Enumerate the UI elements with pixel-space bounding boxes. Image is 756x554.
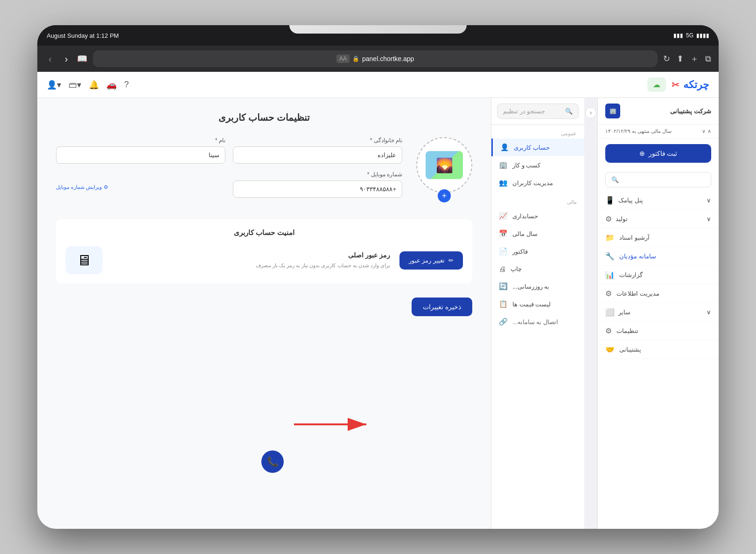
settings-icon-small: ⚙ [104,184,108,190]
sidebar-fiscal-year: ∧∨ سال مالی منتهی به ۱۴۰۲/۱۲/۲۹ [598,125,719,138]
settings-general-section: عمومی حساب کاربری 👤 کسب و کار 🏢 مدیریت ک… [491,125,584,194]
password-title: رمز عبور اصلی [112,251,390,259]
arrow-overlay [289,415,373,436]
invoice-icon: 📄 [499,247,508,256]
last-name-input[interactable] [233,146,402,164]
phone-call-button[interactable]: 📞 [261,450,284,473]
company-icon: 🏢 [605,104,620,118]
settings-search-area: 🔍 جستجو در تنظیم [491,98,584,125]
text-size-aa[interactable]: AA [336,55,350,63]
sidebar-item-support[interactable]: پشتیبانی 🤝 [598,340,719,359]
top-nav-right: ☁ چرتکه ✂ [647,77,709,92]
tabs-icon[interactable]: ⧉ [705,54,711,64]
company-name: شرکت پشتیبانی [670,108,711,115]
automation-icon: 🔄 [499,282,508,291]
phone-input[interactable] [233,180,402,198]
group-nav-icon[interactable]: 🚗 [106,80,117,90]
share-icon[interactable]: ⬆ [677,54,684,64]
year-chevrons[interactable]: ∧∨ [702,128,711,134]
sidebar-search-box[interactable]: 🔍 [605,172,711,187]
back-button[interactable]: ‹ [45,52,56,66]
password-icon-box: 🖥 [65,246,103,274]
samane-icon: 🔧 [605,252,615,261]
integration-icon: 🔗 [499,318,508,326]
save-button[interactable]: ذخیره تغییرات [412,298,472,316]
sidebar-item-sayer[interactable]: ∨ سایر ⬜ [598,303,719,322]
expand-area: › [584,98,597,529]
new-tab-icon[interactable]: ＋ [690,53,699,64]
user-mgmt-icon: 👥 [499,179,508,187]
sidebar-item-settings[interactable]: تنظیمات ⚙ [598,322,719,340]
general-section-label: عمومی [491,127,584,138]
settings-item-invoice[interactable]: فاکتور 📄 [491,242,584,260]
bell-nav-icon[interactable]: 🔔 [89,80,99,90]
chevron-down-icon-sayer: ∨ [707,309,711,316]
forward-button[interactable]: › [61,52,72,66]
avatar-image [426,151,463,179]
user-nav-icon[interactable]: 👤▾ [47,80,61,90]
box-nav-icon[interactable]: 🗃▾ [69,80,81,90]
stylus-pencil [289,25,467,34]
lock-icon: 🔒 [352,55,359,62]
expand-toggle-button[interactable]: › [585,107,596,118]
register-invoice-button[interactable]: ثبت فاکتور ⊕ [605,144,711,163]
settings-panel: 🔍 جستجو در تنظیم عمومی حساب کاربری 👤 کسب… [491,98,584,529]
phone-edit-link[interactable]: ⚙ ویرایش شماره موبایل [56,184,225,190]
pencil-icon: ✏ [448,257,454,264]
sidebar-item-info-mgmt[interactable]: مدیریت اطلاعات ⚙ [598,284,719,303]
password-info: رمز عبور اصلی برای وارد شدن به حساب کارب… [112,251,390,270]
url-text: panel.chortke.app [362,55,414,62]
red-arrow [289,415,373,434]
search-icon: 🔍 [565,108,573,115]
sidebar-item-samane[interactable]: سامانه مؤدیان 🔧 [598,247,719,266]
settings-item-automation[interactable]: به روزرسانی... 🔄 [491,277,584,295]
panel-payam-icon: 📱 [605,196,615,205]
sidebar-item-archive[interactable]: آرشیو اسناد 📁 [598,229,719,247]
chevron-down-icon: ∨ [707,197,711,204]
sidebar-item-reports[interactable]: گزارشات 📊 [598,266,719,284]
cloud-sync-button[interactable]: ☁ [647,77,666,92]
print-icon: 🖨 [499,265,506,273]
settings-search-box[interactable]: 🔍 جستجو در تنظیم [497,104,579,119]
settings-finance-section: مالی حسابداری 📈 سال مالی 📅 فاکتور 📄 [491,194,584,332]
form-fields: نام خانوادگی * نام * شماره موبایل * [56,137,402,205]
top-nav: 👤▾ 🗃▾ 🔔 🚗 ? ☁ چرتکه ✂ [37,72,719,98]
browser-bar: ‹ › 📖 AA 🔒 panel.chortke.app ↻ ⬆ ＋ ⧉ [37,46,719,72]
settings-item-fiscal-year[interactable]: سال مالی 📅 [491,225,584,242]
browser-actions: ↻ ⬆ ＋ ⧉ [663,53,711,64]
signal-bars: ▮▮▮ [673,32,683,39]
security-title: امنیت حساب کاربری [65,229,463,237]
search-icon-sidebar: 🔍 [611,176,619,183]
page-title: تنظیمات حساب کاربری [56,112,472,123]
app-logo: چرتکه ✂ [672,79,709,91]
avatar-add-button[interactable]: + [438,189,451,202]
sidebar-item-panel-payam[interactable]: ∨ پنل پیامک 📱 [598,191,719,210]
security-section: امنیت حساب کاربری ✏ تغییر رمز عبور رمز ع… [56,219,472,284]
cloud-icon: ☁ [653,81,660,89]
price-list-icon: 📋 [499,300,508,308]
settings-item-integration[interactable]: اتصال به سامانه... 🔗 [491,313,584,331]
address-bar[interactable]: AA 🔒 panel.chortke.app [93,50,658,67]
refresh-icon[interactable]: ↻ [663,54,670,64]
archive-icon: 📁 [605,233,615,242]
settings-item-user-mgmt[interactable]: مدیریت کاربران 👥 [491,174,584,192]
phone-row: شماره موبایل * ⚙ ویرایش شماره موبایل [56,171,402,198]
first-name-input[interactable] [56,146,225,164]
right-sidebar: شرکت پشتیبانی 🏢 ∧∨ سال مالی منتهی به ۱۴۰… [597,98,719,529]
settings-item-user-account[interactable]: حساب کاربری 👤 [491,138,584,156]
help-nav-icon[interactable]: ? [124,80,129,90]
last-name-label: نام خانوادگی * [233,137,402,144]
reports-icon: 📊 [605,270,615,279]
form-section: + نام خانوادگی * نام * [56,137,472,205]
settings-item-price-list[interactable]: لیست قیمت ها 📋 [491,295,584,313]
change-password-button[interactable]: ✏ تغییر رمز عبور [399,251,463,270]
phone-icon: 📞 [267,456,279,467]
sidebar-item-tolid[interactable]: ∨ تولید ⚙ [598,210,719,229]
devices-icon: 🖥 [77,252,91,269]
bookmarks-icon[interactable]: 📖 [77,54,87,64]
settings-item-business[interactable]: کسب و کار 🏢 [491,156,584,174]
settings-item-accounting[interactable]: حسابداری 📈 [491,207,584,225]
name-row: نام خانوادگی * نام * [56,137,402,164]
settings-item-print[interactable]: چاپ 🖨 [491,260,584,277]
avatar-section: + [416,137,472,202]
